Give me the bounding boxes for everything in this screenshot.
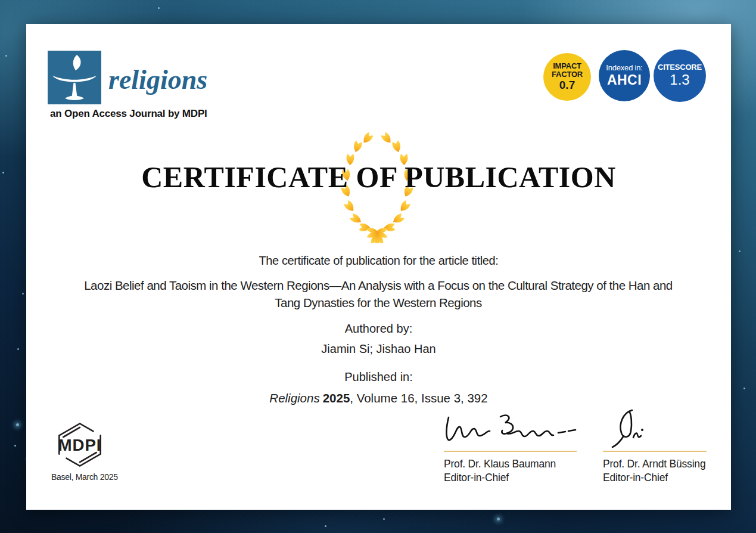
- impact-factor-label-line1: IMPACT: [553, 62, 581, 70]
- indexed-in-label: Indexed in:: [606, 64, 642, 72]
- journal-tagline: an Open Access Journal by MDPI: [50, 108, 288, 120]
- authors-names: Jiamin Si; Jishao Han: [26, 342, 731, 356]
- place-and-date: Basel, March 2025: [51, 472, 118, 482]
- signatory-1-name: Prof. Dr. Klaus Baumann: [444, 457, 556, 471]
- certificate-heading: CERTIFICATE OF PUBLICATION: [26, 160, 731, 194]
- signatory-2-name: Prof. Dr. Arndt Büssing: [603, 457, 705, 471]
- article-title: Laozi Belief and Taoism in the Western R…: [83, 277, 673, 311]
- signature-arndt-buessing-icon: [607, 408, 650, 449]
- signature-klaus-baumann: [444, 413, 578, 450]
- published-in-label: Published in:: [26, 370, 731, 384]
- citescore-label: CITESCORE: [658, 63, 702, 72]
- authored-by-label: Authored by:: [26, 322, 731, 336]
- certificate-card: religions an Open Access Journal by MDPI…: [26, 24, 731, 510]
- mdpi-logo: MDPI: [49, 420, 111, 470]
- impact-factor-label-line2: FACTOR: [552, 70, 583, 79]
- signature-line-2: [603, 451, 707, 452]
- journal-wordmark: religions: [108, 64, 207, 95]
- signatory-1: Prof. Dr. Klaus Baumann Editor-in-Chief: [444, 457, 556, 484]
- publication-year: 2025: [323, 391, 350, 405]
- mdpi-logo-text: MDPI: [58, 436, 102, 454]
- impact-factor-badge: IMPACT FACTOR 0.7: [543, 53, 591, 101]
- publication-volume-issue: , Volume 16, Issue 3, 392: [350, 391, 487, 405]
- signatory-1-title: Editor-in-Chief: [444, 471, 556, 485]
- religions-chalice-icon: [48, 51, 101, 104]
- signatory-2: Prof. Dr. Arndt Büssing Editor-in-Chief: [603, 457, 705, 484]
- publication-reference: Religions2025, Volume 16, Issue 3, 392: [26, 391, 731, 405]
- signature-klaus-baumann-icon: [444, 413, 578, 450]
- citescore-badge: CITESCORE 1.3: [654, 49, 706, 102]
- certificate-intro-line: The certificate of publication for the a…: [26, 254, 731, 268]
- impact-factor-value: 0.7: [559, 79, 575, 92]
- nebula-background: religions an Open Access Journal by MDPI…: [0, 0, 756, 533]
- signature-arndt-buessing: [607, 408, 650, 449]
- signatory-2-title: Editor-in-Chief: [603, 471, 705, 485]
- indexed-in-badge: Indexed in: AHCI: [599, 50, 650, 101]
- citescore-value: 1.3: [670, 72, 689, 88]
- signature-line-1: [444, 451, 577, 452]
- publication-journal-name: Religions: [269, 391, 319, 405]
- indexed-in-value: AHCI: [607, 73, 642, 88]
